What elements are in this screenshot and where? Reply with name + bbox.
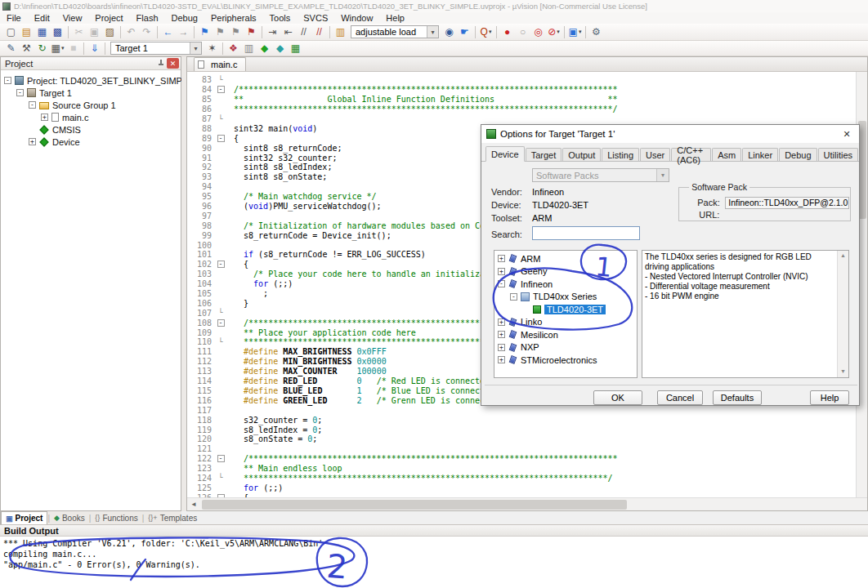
find-in-files-icon[interactable]: ◉ bbox=[441, 25, 457, 39]
outdent-icon[interactable]: ⇤ bbox=[280, 25, 296, 39]
tab-output[interactable]: Output bbox=[562, 148, 601, 161]
fold-toggle-icon[interactable]: - bbox=[217, 455, 225, 462]
menu-flash[interactable]: Flash bbox=[130, 13, 165, 23]
fold-toggle-icon[interactable]: - bbox=[217, 261, 225, 268]
menu-file[interactable]: File bbox=[0, 13, 28, 23]
breakpoint-icon[interactable]: ● bbox=[499, 25, 515, 39]
comment-icon[interactable]: // bbox=[296, 25, 311, 39]
new-file-icon[interactable]: ▢ bbox=[3, 25, 19, 39]
collapse-icon[interactable]: - bbox=[29, 101, 36, 109]
tree-item-nxp[interactable]: +NXP bbox=[494, 341, 637, 354]
panel-tab-books[interactable]: ◆Books bbox=[50, 511, 89, 524]
expand-icon[interactable]: + bbox=[498, 318, 505, 326]
tree-item-tld40xx-series[interactable]: -TLD40xx Series bbox=[494, 291, 637, 304]
debug-windows-icon[interactable]: ▣▾ bbox=[567, 25, 583, 39]
target-select-combo[interactable]: Target 1▾ bbox=[110, 42, 202, 55]
tree-item-source-group-1[interactable]: -Source Group 1 bbox=[1, 99, 181, 111]
build-icon[interactable]: ⚒ bbox=[19, 42, 34, 56]
tab-user[interactable]: User bbox=[640, 148, 670, 161]
tree-item-device[interactable]: +Device bbox=[1, 136, 181, 148]
tab-linker[interactable]: Linker bbox=[742, 148, 778, 161]
menu-debug[interactable]: Debug bbox=[165, 13, 204, 23]
tree-item-tld4020-3et[interactable]: TLD4020-3ET bbox=[494, 303, 637, 316]
search-input[interactable] bbox=[532, 226, 640, 240]
tree-item-linko[interactable]: +Linko bbox=[494, 316, 637, 329]
bookmark-clear-icon[interactable]: ⚑ bbox=[244, 25, 259, 39]
expand-icon[interactable]: + bbox=[498, 344, 505, 351]
panel-tab-project[interactable]: ▣Project bbox=[1, 511, 47, 524]
scroll-down-icon[interactable]: ▼ bbox=[838, 367, 848, 376]
fold-toggle-icon[interactable]: - bbox=[217, 135, 225, 142]
uncomment-icon[interactable]: // bbox=[311, 25, 327, 39]
tab-c-c-ac6[interactable]: C/C++ (AC6) bbox=[671, 148, 711, 161]
menu-view[interactable]: View bbox=[56, 13, 89, 23]
manage-rte-icon[interactable]: ◆ bbox=[257, 42, 272, 56]
tab-target[interactable]: Target bbox=[526, 148, 562, 161]
manage-books-icon[interactable]: ▥ bbox=[241, 42, 257, 56]
bookmark-prev-icon[interactable]: ⚑ bbox=[213, 25, 228, 39]
chevron-down-icon[interactable]: ▾ bbox=[656, 169, 669, 181]
translate-icon[interactable]: ✎ bbox=[3, 42, 19, 56]
scroll-up-icon[interactable]: ▲ bbox=[840, 252, 846, 258]
run-to-cursor-icon[interactable]: ☛ bbox=[457, 25, 472, 39]
panel-tab-functions[interactable]: {}Functions bbox=[91, 511, 141, 524]
collapse-icon[interactable]: - bbox=[16, 89, 24, 96]
panel-tab-templates[interactable]: {}+Templates bbox=[144, 511, 201, 524]
dialog-titlebar[interactable]: Options for Target 'Target 1' ✕ bbox=[481, 125, 859, 143]
tree-item-infineon[interactable]: -Infineon bbox=[494, 278, 637, 291]
collapse-icon[interactable]: - bbox=[4, 77, 11, 84]
menu-edit[interactable]: Edit bbox=[28, 13, 56, 23]
menu-peripherals[interactable]: Peripherals bbox=[204, 13, 263, 23]
kill-all-breakpoints-icon[interactable]: ⊘▾ bbox=[546, 25, 562, 39]
fold-toggle-icon[interactable]: - bbox=[217, 319, 225, 327]
tree-item-geehy[interactable]: +Geehy bbox=[494, 265, 637, 278]
tab-device[interactable]: Device bbox=[485, 146, 525, 162]
close-icon[interactable]: ✕ bbox=[167, 58, 179, 69]
open-folder-icon[interactable]: ▤ bbox=[19, 25, 34, 39]
tab-listing[interactable]: Listing bbox=[602, 148, 639, 161]
find-magnifier-icon[interactable]: Q▾ bbox=[478, 25, 494, 39]
bookmark-toggle-icon[interactable]: ⚑ bbox=[197, 25, 213, 39]
disable-all-breakpoints-icon[interactable]: ◎ bbox=[530, 25, 546, 39]
chevron-down-icon[interactable]: ▾ bbox=[427, 26, 438, 38]
editor-tab-main-c[interactable]: main.c bbox=[194, 57, 246, 71]
build-output-content[interactable]: *** Using Compiler 'V6.21', folder: 'C:\… bbox=[0, 537, 868, 588]
expand-icon[interactable]: + bbox=[41, 114, 48, 121]
dialog-close-icon[interactable]: ✕ bbox=[839, 129, 854, 140]
collapse-icon[interactable]: - bbox=[510, 293, 517, 301]
save-icon[interactable]: ▦ bbox=[34, 25, 50, 39]
tree-item-arm[interactable]: +ARM bbox=[494, 252, 637, 265]
bookmark-next-icon[interactable]: ⚑ bbox=[228, 25, 244, 39]
indent-icon[interactable]: ⇥ bbox=[265, 25, 280, 39]
navigate-back-icon[interactable]: ← bbox=[160, 25, 176, 39]
ok-button[interactable]: OK bbox=[593, 390, 642, 405]
tree-item-project-tld4020-3et-blinky-simple[interactable]: -Project: TLD4020_3ET_BLINKY_SIMPLE bbox=[1, 74, 181, 87]
tab-asm[interactable]: Asm bbox=[712, 148, 741, 161]
select-packs-icon[interactable]: ◆ bbox=[272, 42, 288, 56]
menu-window[interactable]: Window bbox=[334, 13, 379, 23]
description-scrollbar[interactable]: ▲ ▼ bbox=[837, 251, 848, 377]
fold-toggle-icon[interactable]: - bbox=[217, 86, 225, 93]
expand-icon[interactable]: + bbox=[498, 356, 505, 363]
navigate-forward-icon[interactable]: → bbox=[176, 25, 191, 39]
save-all-icon[interactable]: ▩ bbox=[50, 25, 65, 39]
scroll-left-icon[interactable]: ◄ bbox=[187, 501, 200, 508]
chevron-down-icon[interactable]: ▾ bbox=[489, 29, 492, 35]
pin-icon[interactable] bbox=[158, 60, 164, 67]
find-config-icon[interactable]: ▥ bbox=[333, 25, 348, 39]
tree-item-main-c[interactable]: +main.c bbox=[1, 111, 181, 123]
manage-components-icon[interactable]: ❖ bbox=[226, 42, 241, 56]
batch-build-icon[interactable]: ▦▾ bbox=[50, 42, 65, 56]
menu-help[interactable]: Help bbox=[379, 13, 411, 23]
menu-project[interactable]: Project bbox=[88, 13, 129, 23]
tree-item-cmsis[interactable]: CMSIS bbox=[1, 123, 181, 136]
help-button[interactable]: Help bbox=[810, 390, 849, 405]
defaults-button[interactable]: Defaults bbox=[713, 390, 762, 405]
editor-horizontal-scrollbar[interactable]: ◄ bbox=[187, 497, 867, 510]
configure-wrench-icon[interactable]: ⚙ bbox=[588, 25, 604, 39]
expand-icon[interactable]: + bbox=[498, 331, 505, 338]
paste-icon[interactable]: ▨ bbox=[102, 25, 118, 39]
chevron-down-icon[interactable]: ▾ bbox=[557, 29, 560, 35]
expand-icon[interactable]: + bbox=[498, 255, 505, 262]
tab-debug[interactable]: Debug bbox=[779, 148, 817, 161]
